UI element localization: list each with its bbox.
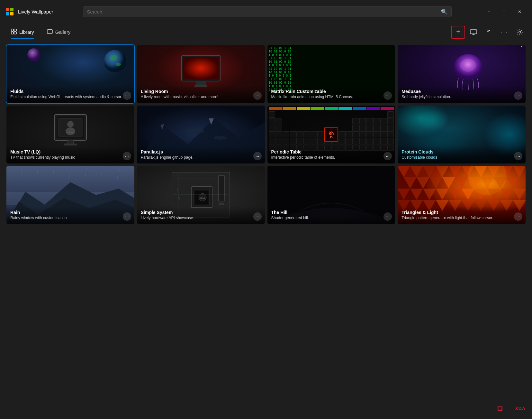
card-info-protein: Protein Clouds Customisable clouds [398, 146, 526, 163]
card-info-music-tv: Music TV (LQ) TV that shows currently pl… [6, 146, 134, 163]
card-title-protein: Protein Clouds [401, 149, 522, 155]
card-info-rain: Rain Rainy window with customisation [6, 207, 134, 224]
tab-library-label: Library [19, 29, 34, 35]
card-info-medusae: Medusae Soft body jellyfish simulation. [398, 86, 526, 103]
card-info-parallax: Parallax.js Parallax.js engine github pa… [137, 146, 265, 163]
card-more-protein[interactable]: ··· [514, 152, 522, 160]
card-more-simple-system[interactable]: ··· [253, 212, 262, 221]
svg-point-16 [116, 63, 121, 66]
card-title-periodic: Periodic Table [271, 149, 392, 155]
card-desc-living-room: A lively room with music, visualizer and… [141, 95, 261, 100]
svg-rect-10 [470, 30, 477, 34]
app-title: Lively Wallpaper [18, 9, 53, 14]
card-title-fluids: Fluids [10, 89, 131, 94]
svg-rect-9 [48, 29, 52, 30]
svg-rect-2 [6, 12, 9, 15]
card-desc-music-tv: TV that shows currently playing music [10, 155, 131, 160]
more-options-button[interactable]: ··· [497, 26, 511, 39]
library-icon [11, 29, 17, 36]
minimize-button[interactable]: − [481, 5, 496, 18]
card-more-music-tv[interactable]: ··· [123, 152, 131, 160]
card-title-the-hill: The Hill [271, 210, 392, 215]
card-title-parallax: Parallax.js [141, 149, 261, 155]
svg-rect-64 [267, 166, 395, 195]
titlebar: Lively Wallpaper 🔍 − □ ✕ [0, 0, 532, 23]
wallpaper-card-the-hill[interactable]: The Hill Shader generated hill. ··· [267, 166, 395, 224]
card-more-rain[interactable]: ··· [123, 212, 131, 221]
card-title-living-room: Living Room [141, 89, 261, 94]
svg-rect-0 [6, 8, 9, 11]
window-controls: − □ ✕ [481, 5, 527, 18]
card-title-matrix: Matrix Rain Customizable [271, 89, 392, 94]
card-desc-matrix: Matrix like rain animation using HTML5 C… [271, 95, 392, 100]
flag-button[interactable] [482, 26, 496, 39]
svg-text:Cradlee: Cradlee [67, 131, 75, 134]
card-info-simple-system: Simple System Lively hardware API showca… [137, 207, 265, 224]
wallpaper-card-music-tv[interactable]: Cradlee Music TV (LQ) TV that shows curr… [6, 106, 134, 163]
card-info-periodic: Periodic Table Interactive periodic tabl… [267, 146, 395, 163]
nav-tabs: Library Gallery [5, 26, 76, 38]
card-desc-fluids: Fluid simulation using WebGL, reacts wit… [10, 95, 131, 100]
card-more-medusae[interactable]: ··· [514, 91, 522, 100]
svg-point-14 [104, 50, 126, 72]
svg-rect-61 [219, 175, 224, 201]
svg-rect-20 [183, 57, 219, 79]
svg-point-35 [185, 129, 204, 134]
card-desc-rain: Rainy window with customisation [10, 216, 131, 221]
card-title-music-tv: Music TV (LQ) [10, 149, 131, 155]
svg-point-28 [67, 121, 74, 127]
svg-point-24 [460, 59, 476, 72]
svg-rect-4 [11, 29, 14, 31]
card-desc-simple-system: Lively hardware API showcase. [141, 216, 261, 221]
svg-rect-31 [64, 144, 77, 145]
wallpaper-card-triangles[interactable]: Triangles & Light Triangle pattern gener… [398, 166, 526, 224]
svg-rect-7 [14, 32, 16, 34]
nav-actions: + ··· [451, 26, 527, 39]
svg-point-17 [27, 48, 40, 61]
wallpaper-card-medusae[interactable]: Medusae Soft body jellyfish simulation. … [398, 45, 526, 103]
card-info-fluids: Fluids Fluid simulation using WebGL, rea… [6, 86, 134, 103]
close-button[interactable]: ✕ [512, 5, 527, 18]
wallpaper-card-parallax[interactable]: Parallax.js Parallax.js engine github pa… [137, 106, 265, 163]
tab-library[interactable]: Library [5, 26, 40, 38]
svg-rect-62 [219, 203, 224, 205]
card-more-triangles[interactable]: ··· [514, 212, 522, 221]
wallpaper-card-periodic[interactable]: // We'll generate this via JS after DOM … [267, 106, 395, 163]
svg-rect-6 [11, 32, 14, 34]
svg-rect-3 [10, 12, 14, 15]
card-desc-parallax: Parallax.js engine github page. [141, 155, 261, 160]
wallpaper-card-simple-system[interactable]: DELL Simple System Lively hardware API s… [137, 166, 265, 224]
card-desc-protein: Customisable clouds [401, 155, 522, 160]
add-wallpaper-button[interactable]: + [451, 26, 465, 39]
svg-rect-1 [10, 8, 14, 11]
wallpaper-card-fluids[interactable]: Fluids Fluid simulation using WebGL, rea… [6, 45, 134, 103]
card-title-rain: Rain [10, 210, 131, 215]
wallpaper-card-protein[interactable]: Protein Clouds Customisable clouds ··· [398, 106, 526, 163]
tab-gallery[interactable]: Gallery [41, 26, 77, 38]
wallpaper-grid: Fluids Fluid simulation using WebGL, rea… [0, 41, 532, 228]
card-more-living-room[interactable]: ··· [253, 91, 262, 100]
search-bar: 🔍 [83, 6, 452, 17]
more-options-icon: ··· [501, 29, 508, 35]
svg-rect-8 [47, 30, 52, 33]
wallpaper-card-living-room[interactable]: Living Room A lively room with music, vi… [137, 45, 265, 103]
navbar: Library Gallery + · [0, 23, 532, 41]
wallpaper-card-rain[interactable]: Rain Rainy window with customisation ··· [6, 166, 134, 224]
maximize-button[interactable]: □ [497, 5, 511, 18]
svg-rect-110 [498, 407, 501, 410]
card-more-parallax[interactable]: ··· [253, 152, 262, 160]
search-input[interactable] [87, 9, 439, 14]
card-title-triangles: Triangles & Light [401, 210, 522, 215]
card-info-triangles: Triangles & Light Triangle pattern gener… [398, 207, 526, 224]
card-info-living-room: Living Room A lively room with music, vi… [137, 86, 265, 103]
wallpaper-card-matrix[interactable]: 01 10 01 1 0110 01 01 0 101 0 1 0 1 0 10… [267, 45, 395, 103]
card-title-simple-system: Simple System [141, 210, 261, 215]
card-info-the-hill: The Hill Shader generated hill. [267, 207, 395, 224]
card-more-fluids[interactable]: ··· [123, 91, 131, 100]
svg-rect-5 [14, 29, 16, 31]
settings-button[interactable] [513, 26, 527, 39]
card-desc-periodic: Interactive periodic table of elements. [271, 155, 392, 160]
svg-text:DELL: DELL [199, 197, 205, 199]
tab-gallery-label: Gallery [55, 29, 71, 35]
display-button[interactable] [466, 26, 481, 39]
